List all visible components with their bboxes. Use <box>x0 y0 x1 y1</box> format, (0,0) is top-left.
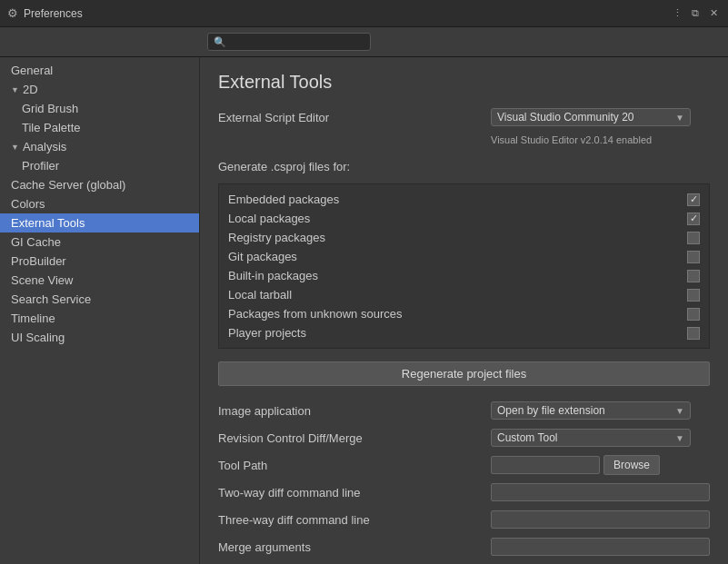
sidebar-item-tile-palette[interactable]: Tile Palette <box>0 118 199 137</box>
sidebar-item-general[interactable]: General <box>0 61 199 80</box>
sidebar-item-analysis[interactable]: ▼Analysis <box>0 137 199 156</box>
csproj-checkbox-area: Embedded packages✓Local packages✓Registr… <box>218 183 710 349</box>
merge-args-row: Merge arguments <box>218 537 710 557</box>
sidebar-category-2d: ▼2D <box>11 83 188 96</box>
search-bar: 🔍 <box>0 27 728 57</box>
tool-path-row: Tool Path Browse <box>218 455 710 475</box>
sidebar: General▼2DGrid BrushTile Palette▼Analysi… <box>0 57 200 564</box>
checkbox-label-4: Built-in packages <box>228 269 683 282</box>
revision-dropdown[interactable]: Custom Tool ▼ <box>491 429 691 447</box>
script-editor-dropdown[interactable]: Visual Studio Community 20 ▼ <box>491 108 691 126</box>
checkbox-label-5: Local tarball <box>228 288 683 302</box>
checkbox-box-4[interactable] <box>687 270 700 282</box>
search-icon: 🔍 <box>214 36 226 48</box>
revision-label: Revision Control Diff/Merge <box>218 431 491 445</box>
sidebar-item-search-service[interactable]: Search Service <box>0 290 199 309</box>
image-app-label: Image application <box>218 404 491 418</box>
twoway-label: Two-way diff command line <box>218 486 491 500</box>
title-bar-title: Preferences <box>24 7 83 20</box>
script-editor-row: External Script Editor Visual Studio Com… <box>218 107 710 127</box>
sidebar-item-gi-cache[interactable]: GI Cache <box>0 233 199 252</box>
sidebar-item-cache-server[interactable]: Cache Server (global) <box>0 175 199 194</box>
revision-arrow: ▼ <box>675 433 684 443</box>
merge-args-label: Merge arguments <box>218 540 491 554</box>
checkmark-1: ✓ <box>690 213 698 224</box>
image-app-row: Image application Open by file extension… <box>218 401 710 421</box>
sidebar-item-external-tools[interactable]: External Tools <box>0 213 199 233</box>
regen-button[interactable]: Regenerate project files <box>218 361 710 386</box>
checkbox-box-3[interactable] <box>687 251 700 263</box>
checkbox-label-2: Registry packages <box>228 231 683 244</box>
sidebar-item-ui-scaling[interactable]: UI Scaling <box>0 328 199 347</box>
revision-value: Custom Tool <box>497 431 557 444</box>
sidebar-item-timeline[interactable]: Timeline <box>0 309 199 328</box>
sidebar-item-scene-view[interactable]: Scene View <box>0 271 199 290</box>
checkbox-row-5: Local tarball <box>228 285 700 304</box>
restore-button[interactable]: ⧉ <box>688 6 703 21</box>
checkmark-0: ✓ <box>690 193 698 205</box>
csproj-label: Generate .csproj files for: <box>218 160 491 173</box>
checkbox-box-0[interactable]: ✓ <box>687 193 700 206</box>
checkbox-box-7[interactable] <box>687 327 700 340</box>
triangle-icon-analysis: ▼ <box>11 143 19 152</box>
tool-path-label: Tool Path <box>218 459 491 472</box>
page-title: External Tools <box>218 72 710 93</box>
sidebar-item-grid-brush[interactable]: Grid Brush <box>0 99 199 118</box>
image-app-dropdown[interactable]: Open by file extension ▼ <box>491 401 691 420</box>
checkbox-row-3: Git packages <box>228 247 700 266</box>
tool-path-input[interactable] <box>491 456 600 474</box>
gear-icon: ⚙ <box>7 6 18 20</box>
title-bar-left: ⚙ Preferences <box>7 6 83 20</box>
sidebar-item-profiler[interactable]: Profiler <box>0 156 199 175</box>
sidebar-item-colors[interactable]: Colors <box>0 194 199 213</box>
twoway-input[interactable] <box>491 483 710 501</box>
checkbox-label-7: Player projects <box>228 326 683 340</box>
checkbox-row-4: Built-in packages <box>228 266 700 285</box>
csproj-label-row: Generate .csproj files for: <box>218 156 710 176</box>
regen-btn-container: Regenerate project files <box>218 358 710 386</box>
checkbox-row-6: Packages from unknown sources <box>228 304 700 323</box>
checkbox-row-2: Registry packages <box>228 228 700 247</box>
search-container: 🔍 <box>207 33 371 51</box>
threeway-input[interactable] <box>491 510 710 529</box>
title-bar: ⚙ Preferences ⋮ ⧉ ✕ <box>0 0 728 27</box>
more-options-button[interactable]: ⋮ <box>670 6 684 21</box>
checkbox-row-7: Player projects <box>228 323 700 342</box>
threeway-label: Three-way diff command line <box>218 513 491 527</box>
script-editor-label: External Script Editor <box>218 111 491 124</box>
sidebar-item-2d[interactable]: ▼2D <box>0 80 199 99</box>
browse-button[interactable]: Browse <box>603 455 660 475</box>
sidebar-item-probuilder[interactable]: ProBuilder <box>0 252 199 271</box>
content-area: External Tools External Script Editor Vi… <box>200 57 728 564</box>
checkbox-row-0: Embedded packages✓ <box>228 190 700 209</box>
checkbox-box-2[interactable] <box>687 232 700 244</box>
checkbox-box-5[interactable] <box>687 289 700 302</box>
image-app-arrow: ▼ <box>675 406 684 416</box>
search-input[interactable] <box>230 35 357 48</box>
main-layout: General▼2DGrid BrushTile Palette▼Analysi… <box>0 57 728 564</box>
checkbox-label-3: Git packages <box>228 250 683 263</box>
threeway-row: Three-way diff command line <box>218 510 710 529</box>
sidebar-label-2d: 2D <box>23 83 38 96</box>
checkbox-label-6: Packages from unknown sources <box>228 307 683 321</box>
triangle-icon-2d: ▼ <box>11 85 19 94</box>
twoway-row: Two-way diff command line <box>218 482 710 502</box>
script-editor-value: Visual Studio Community 20 <box>497 111 634 124</box>
checkbox-row-1: Local packages✓ <box>228 209 700 228</box>
checkbox-label-1: Local packages <box>228 212 683 225</box>
close-button[interactable]: ✕ <box>706 6 721 21</box>
sidebar-label-analysis: Analysis <box>23 140 66 153</box>
merge-args-input[interactable] <box>491 538 710 556</box>
title-bar-controls: ⋮ ⧉ ✕ <box>670 6 721 21</box>
revision-row: Revision Control Diff/Merge Custom Tool … <box>218 428 710 448</box>
sidebar-category-analysis: ▼Analysis <box>11 140 188 153</box>
image-app-value: Open by file extension <box>497 404 605 417</box>
checkbox-box-1[interactable]: ✓ <box>687 213 700 225</box>
script-editor-hint: Visual Studio Editor v2.0.14 enabled <box>491 134 710 145</box>
checkbox-label-0: Embedded packages <box>228 193 683 206</box>
checkbox-box-6[interactable] <box>687 308 700 321</box>
script-editor-arrow: ▼ <box>675 113 684 123</box>
